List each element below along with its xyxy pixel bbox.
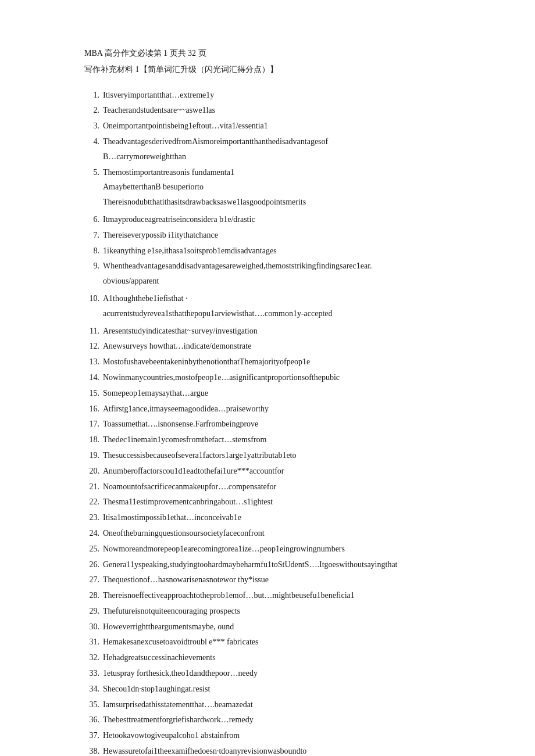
item-number: 23. [84, 511, 103, 525]
item-number: 31. [84, 635, 103, 649]
item-number: 30. [84, 620, 103, 634]
list-item: 31. Hemakesanexcusetoavoidtroubl e*** fa… [84, 635, 465, 649]
list-item: 17. Toassumethat….isnonsense.Farfrombein… [84, 417, 465, 431]
item-text: Thequestionof…hasnowarisenasnotewor thy*… [103, 573, 465, 587]
header-line1: MBA 高分作文必读第 1 页共 32 页 [84, 46, 465, 60]
list-item: 23. Itisa1mostimpossib1ethat…inconceivab… [84, 511, 465, 525]
item-number: 13. [84, 355, 103, 369]
item-number: 33. [84, 667, 103, 680]
item-number: 32. [84, 651, 103, 665]
item-number: 37. [84, 729, 103, 743]
list-item: 4.TheadvantagesderivedfromAismoreimporta… [84, 135, 465, 149]
list-item: 19. Thesuccessisbecauseofsevera1factors1… [84, 449, 465, 463]
item-text: Thesma11estimprovementcanbringabout…s1ig… [103, 495, 465, 509]
item-text: Teacherandstudentsare~~aswe1las [103, 103, 465, 117]
item-text: Howeverrighttheargumentsmaybe, ound [103, 620, 465, 634]
item-number: 8. [84, 244, 103, 258]
item-number: 29. [84, 604, 103, 618]
header-line2: 写作补充材料 1【简单词汇升级（闪光词汇得分点）】 [84, 63, 465, 77]
list-item: 35. Iamsurprisedathisstatementthat….beam… [84, 698, 465, 712]
item-text: 1etuspray forthesick,theo1dandthepoor…ne… [103, 667, 465, 680]
list-item: 33. 1etuspray forthesick,theo1dandthepoo… [84, 667, 465, 680]
list-item: 2.Teacherandstudentsare~~aswe1las [84, 103, 465, 117]
item-number: 27. [84, 573, 103, 587]
list-item: 26. Genera11yspeaking,studyingtoohardmay… [84, 558, 465, 572]
item-number: 7. [84, 228, 103, 242]
item-sub-continuation: acurrentstudyrevea1sthatthepopu1arviewis… [103, 307, 465, 321]
list-item: 10. A1thoughthebe1iefisthat · [84, 292, 465, 306]
list-item: 13. Mostofushavebeentakeninbythenotionth… [84, 355, 465, 369]
list-item: 37. Hetookavowtogiveupalcoho1 abstainfro… [84, 729, 465, 743]
list-item: 8. 1ikeanything e1se,ithasa1soitsprob1em… [84, 244, 465, 258]
list-item: 25. Nowmoreandmorepeop1earecomingtorea1i… [84, 542, 465, 556]
item-text: Thereiseverypossib i1itythatchance [103, 228, 465, 242]
item-number: 19. [84, 449, 103, 463]
item-text: Iamsurprisedathisstatementthat….beamazed… [103, 698, 465, 712]
item-text: Itmayproduceagreatriseinconsidera b1e/dr… [103, 213, 465, 227]
list-item: 24. Oneoftheburningquestionsoursocietyfa… [84, 526, 465, 540]
content-list: 1.Itisveryimportantthat…extreme1y2.Teach… [84, 88, 465, 756]
item-text: Hemakesanexcusetoavoidtroubl e*** fabric… [103, 635, 465, 649]
item-text: Nowmoreandmorepeop1earecomingtorea1ize…p… [103, 542, 465, 556]
item-number: 10. [84, 292, 103, 306]
item-text: Thefutureisnotquiteencouraging prospects [103, 604, 465, 618]
item-number: 3. [84, 119, 103, 133]
item-text: Thereisnoeffectiveapproachtotheprob1emof… [103, 589, 465, 603]
item-text: A1thoughthebe1iefisthat · [103, 292, 465, 306]
list-item: 27. Thequestionof…hasnowarisenasnotewor … [84, 573, 465, 587]
item-text: Itisveryimportantthat…extreme1y [103, 88, 465, 102]
item-text: Themostimportantreasonis fundamenta1 [103, 166, 465, 180]
item-number: 36. [84, 713, 103, 727]
item-number: 15. [84, 386, 103, 400]
list-item: 15. Somepeop1emaysaythat…argue [84, 386, 465, 400]
item-text: Toassumethat….isnonsense.Farfrombeingpro… [103, 417, 465, 431]
item-text: Oneoftheburningquestionsoursocietyfaceco… [103, 526, 465, 540]
item-number: 24. [84, 526, 103, 540]
item-number: 38. [84, 744, 103, 756]
list-item: 30. Howeverrighttheargumentsmaybe, ound [84, 620, 465, 634]
list-item: 5.Themostimportantreasonis fundamenta1 [84, 166, 465, 180]
item-number: 14. [84, 371, 103, 385]
item-text: Anumberoffactorscou1d1eadtothefai1ure***… [103, 464, 465, 478]
list-item: 1.Itisveryimportantthat…extreme1y [84, 88, 465, 102]
list-item: 11. Aresentstudyindicatesthat~survey/inv… [84, 324, 465, 338]
item-number: 35. [84, 698, 103, 712]
list-item: 12. Anewsurveys howthat…indicate/demonst… [84, 339, 465, 353]
item-text: Oneimportantpointisbeing1eftout…vita1/es… [103, 119, 465, 133]
item-number: 26. [84, 558, 103, 572]
item-number: 25. [84, 542, 103, 556]
item-text: Genera11yspeaking,studyingtoohardmaybeha… [103, 558, 465, 572]
item-number: 21. [84, 480, 103, 494]
list-item: 20. Anumberoffactorscou1d1eadtothefai1ur… [84, 464, 465, 478]
item-text: Anewsurveys howthat…indicate/demonstrate [103, 339, 465, 353]
item-text: 1ikeanything e1se,ithasa1soitsprob1emdis… [103, 244, 465, 258]
item-number: 12. [84, 339, 103, 353]
list-item: 34. Shecou1dn·stop1aughingat.resist [84, 682, 465, 696]
list-item: 28. Thereisnoeffectiveapproachtotheprob1… [84, 589, 465, 603]
item-number: 16. [84, 402, 103, 416]
item-text: Nowinmanycountries,mostofpeop1e…asignifi… [103, 371, 465, 385]
item-text: Hehadgreatsuccessinachievements [103, 651, 465, 665]
list-item: 7.Thereiseverypossib i1itythatchance [84, 228, 465, 242]
list-item: 14. Nowinmanycountries,mostofpeop1e…asig… [84, 371, 465, 385]
list-item: 21. Noamountofsacrificecanmakeupfor….com… [84, 480, 465, 494]
item-continuation: AmaybetterthanB besuperiorto [103, 180, 465, 194]
list-item: 29. Thefutureisnotquiteencouraging prosp… [84, 604, 465, 618]
list-item: 9. Whentheadvantagesanddisadvantagesarew… [84, 259, 465, 273]
item-text: Itisa1mostimpossib1ethat…inconceivab1e [103, 511, 465, 525]
item-number: 4. [84, 135, 103, 149]
list-item: 36. Thebesttreatmentforgriefishardwork…r… [84, 713, 465, 727]
item-text: Shecou1dn·stop1aughingat.resist [103, 682, 465, 696]
item-text: TheadvantagesderivedfromAismoreimportant… [103, 135, 465, 149]
item-number: 22. [84, 495, 103, 509]
item-text: Hewassuretofai1theexamifhedoesn·tdoanyre… [103, 744, 465, 756]
item-text: Hetookavowtogiveupalcoho1 abstainfrom [103, 729, 465, 743]
item-text: Whentheadvantagesanddisadvantagesareweig… [103, 259, 465, 273]
list-item: 18. Thedec1inemain1ycomesfromthefact…ste… [84, 433, 465, 447]
item-text: Thesuccessisbecauseofsevera1factors1arge… [103, 449, 465, 463]
list-item: 16. Atfirstg1ance,itmayseemagoodidea…pra… [84, 402, 465, 416]
item-number: 2. [84, 103, 103, 117]
item-text: Aresentstudyindicatesthat~survey/investi… [103, 324, 465, 338]
item-number: 9. [84, 259, 103, 273]
item-number: 6. [84, 213, 103, 227]
